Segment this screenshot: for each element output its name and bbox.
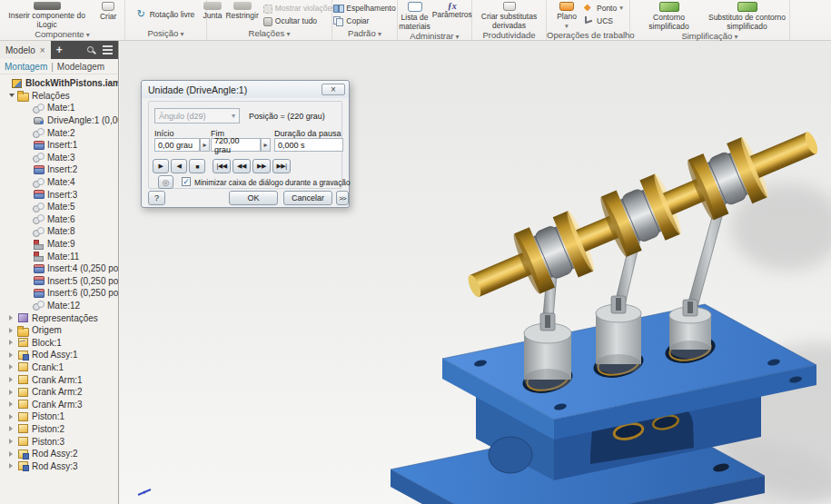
tree-item[interactable]: Piston:3: [0, 435, 118, 448]
tree-item[interactable]: Crank Arm:3: [0, 398, 118, 410]
stop-button[interactable]: ■: [189, 159, 205, 173]
tree-item[interactable]: BlockWithPistons.iam: [0, 77, 118, 90]
tree-item[interactable]: Crank Arm:2: [0, 386, 118, 399]
tab-close-icon[interactable]: ×: [40, 45, 45, 55]
tree-expander-icon[interactable]: [9, 377, 17, 382]
tree-expander-icon[interactable]: [9, 340, 17, 345]
tree-item[interactable]: Mate:1: [0, 102, 118, 114]
cancel-button[interactable]: Cancelar: [283, 191, 332, 205]
dialog-close-button[interactable]: ×: [322, 84, 345, 95]
tree-expander-icon[interactable]: [9, 352, 17, 358]
tree-item[interactable]: Mate:8: [0, 225, 118, 238]
hide-all-button[interactable]: Ocultar tudo: [262, 15, 336, 25]
joint-button[interactable]: Junta: [203, 1, 223, 21]
bom-button[interactable]: Lista de materiais: [399, 1, 430, 31]
copy-button[interactable]: Copiar: [333, 15, 395, 25]
pause-duration-input[interactable]: 0,000 s: [274, 138, 343, 152]
tree-expander-icon[interactable]: [9, 401, 17, 407]
end-flyout-button[interactable]: ▸: [261, 138, 271, 152]
go-to-start-button[interactable]: |◀◀: [213, 159, 231, 173]
parameters-button[interactable]: ƒx Parâmetros: [434, 1, 470, 19]
play-forward-button[interactable]: ▶: [153, 159, 169, 173]
view-montagem-link[interactable]: Montagem: [5, 62, 47, 72]
search-icon[interactable]: [86, 45, 96, 55]
tree-expander-icon[interactable]: [9, 426, 17, 431]
tree-item[interactable]: Piston:2: [0, 423, 118, 436]
tree-item[interactable]: Representações: [0, 311, 118, 324]
group-label-relacoes[interactable]: Relações: [207, 28, 331, 40]
tree-expander-icon[interactable]: [9, 439, 17, 444]
group-label-componente[interactable]: Componente: [0, 29, 124, 41]
create-component-button[interactable]: Criar: [94, 1, 122, 22]
tree-item[interactable]: Rod Assy:3: [0, 460, 118, 472]
tree-item[interactable]: Insert:4 (0,250 pol): [0, 262, 118, 275]
tree-expander-icon[interactable]: [9, 364, 17, 370]
insert-ilogic-button[interactable]: Inserir componente do iLogic: [3, 1, 91, 29]
ilogic-icon: [34, 2, 61, 10]
drive-constraint-dialog[interactable]: Unidade (DriveAngle:1) × Ângulo (d29) ▾ …: [141, 80, 350, 208]
free-rotate-button[interactable]: Rotação livre: [137, 10, 195, 20]
start-flyout-button[interactable]: ▸: [200, 138, 210, 152]
step-forward-button[interactable]: ▶▶: [252, 159, 271, 173]
group-label-produtividade[interactable]: Produtividade: [472, 30, 546, 41]
tab-modelo[interactable]: Modelo ×: [0, 41, 51, 59]
tree-item[interactable]: Mate:2: [0, 126, 118, 139]
tree-item[interactable]: Rod Assy:1: [0, 349, 118, 361]
end-input[interactable]: 720,00 grau: [211, 138, 261, 152]
start-input[interactable]: 0,00 grau: [154, 138, 200, 152]
parameter-select[interactable]: Ângulo (d29) ▾: [154, 108, 240, 124]
tree-item[interactable]: Insert:6 (0,250 pol): [0, 287, 118, 300]
tree-item[interactable]: DriveAngle:1 (0,00 grau): [0, 114, 118, 127]
tree-item[interactable]: Insert:3: [0, 188, 118, 201]
tree-item[interactable]: Rod Assy:2: [0, 448, 118, 460]
menu-icon[interactable]: [103, 49, 113, 51]
tree-item[interactable]: Piston:1: [0, 410, 118, 423]
work-point-button[interactable]: Ponto ▾: [584, 3, 623, 13]
ok-button[interactable]: OK: [229, 191, 278, 205]
view-modelagem-link[interactable]: Modelagem: [57, 62, 104, 72]
ucs-button[interactable]: UCS: [584, 15, 623, 25]
tree-item[interactable]: Mate:3: [0, 152, 118, 164]
contour-substitute-button[interactable]: Substituto de contorno simplificado: [708, 1, 786, 31]
group-label-posicao[interactable]: Posição: [125, 28, 206, 40]
tree-item[interactable]: Insert:2: [0, 163, 118, 176]
tree-item[interactable]: Block:1: [0, 336, 118, 349]
tree-item[interactable]: Mate:5: [0, 201, 118, 213]
tree-item[interactable]: Mate:12: [0, 300, 118, 312]
tree-expander-icon[interactable]: [9, 414, 17, 420]
group-label-operacoes[interactable]: Operações de trabalho: [547, 30, 629, 41]
work-plane-button[interactable]: Plano ▾: [553, 1, 580, 30]
tree-item[interactable]: Insert:5 (0,250 pol): [0, 275, 118, 288]
tree-expander-icon[interactable]: [9, 94, 17, 97]
tree-item[interactable]: Mate:11: [0, 250, 118, 262]
minimize-dialog-checkbox[interactable]: ✓: [182, 177, 191, 186]
go-to-end-button[interactable]: ▶▶|: [272, 159, 291, 173]
tree-item[interactable]: Crank:1: [0, 361, 118, 374]
tree-expander-icon[interactable]: [9, 315, 17, 321]
tree-item[interactable]: Mate:6: [0, 213, 118, 226]
point-caret-icon: ▾: [619, 4, 623, 12]
tree-expander-icon[interactable]: [9, 390, 17, 395]
tree-expander-icon[interactable]: [9, 451, 17, 457]
constrain-button[interactable]: Restringir: [225, 1, 258, 21]
tree-item[interactable]: Crank Arm:1: [0, 373, 118, 386]
tree-item[interactable]: Origem: [0, 324, 118, 337]
tree-item[interactable]: Mate:9: [0, 238, 118, 251]
tree-expander-icon[interactable]: [9, 463, 17, 469]
tree-item[interactable]: Insert:1: [0, 139, 118, 152]
tree-item[interactable]: Mate:4: [0, 176, 118, 189]
mirror-button[interactable]: Espelhamento: [333, 3, 395, 13]
group-label-padrao[interactable]: Padrão: [332, 28, 397, 40]
derived-substitutes-button[interactable]: Criar substitutas derivadas: [477, 1, 542, 30]
play-reverse-button[interactable]: ◀: [171, 159, 187, 173]
simplified-contour-button[interactable]: Contorno simplificado: [634, 1, 705, 31]
new-tab-button[interactable]: +: [56, 44, 63, 55]
help-button[interactable]: ?: [148, 191, 165, 205]
tree-expander-icon[interactable]: [9, 328, 17, 333]
expand-dialog-button[interactable]: >>: [336, 191, 349, 205]
step-back-button[interactable]: ◀◀: [232, 159, 251, 173]
tree-item[interactable]: Relações: [0, 90, 118, 103]
record-button[interactable]: ◎: [158, 175, 173, 189]
dialog-titlebar[interactable]: Unidade (DriveAngle:1): [142, 81, 349, 98]
work-plane-icon: [559, 2, 574, 11]
